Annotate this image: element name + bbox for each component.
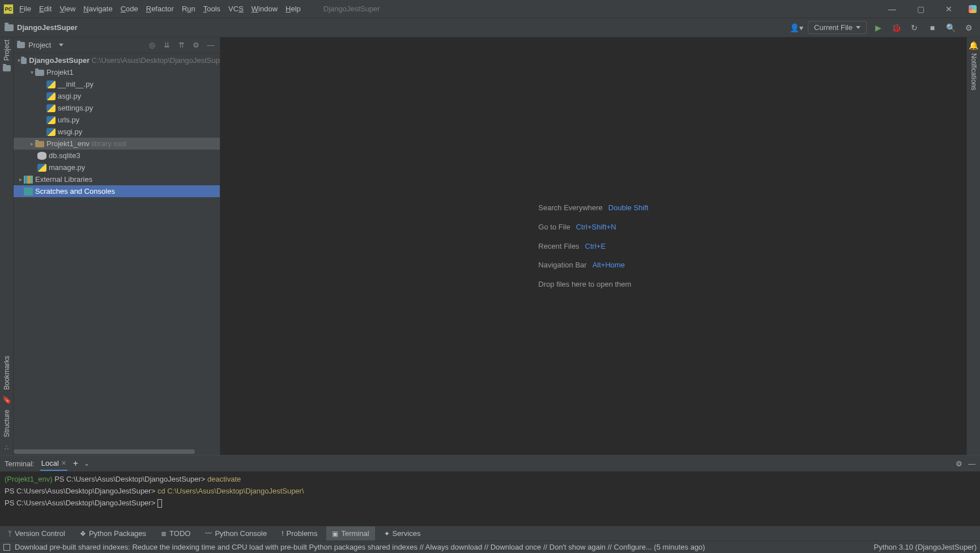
new-terminal-button[interactable]: + <box>73 458 78 469</box>
tab-python-console[interactable]: 〰Python Console <box>199 526 272 541</box>
navigation-bar: DjangoJestSuper 👤▾ Current File ▶ 🐞 ↻ ■ … <box>0 18 980 37</box>
gear-icon[interactable]: ⚙ <box>956 460 962 468</box>
menu-code[interactable]: Code <box>121 5 138 13</box>
menu-tools[interactable]: Tools <box>203 5 220 13</box>
notifications-icon[interactable]: 🔔 <box>969 41 978 50</box>
terminal-tab-local[interactable]: Local✕ <box>40 457 67 471</box>
tab-todo[interactable]: ≣TODO <box>155 526 196 541</box>
main-menu: File Edit View Navigate Code Refactor Ru… <box>19 5 301 13</box>
chevron-down-icon <box>856 26 860 29</box>
run-button[interactable]: ▶ <box>871 21 885 35</box>
collapse-all-icon[interactable]: ⇈ <box>176 41 187 49</box>
shortcut-row[interactable]: Navigation BarAlt+Home <box>538 256 648 275</box>
left-tool-stripe: Project Bookmarks 🔖 Structure ⛬ <box>0 37 14 455</box>
window-title: DjangoJestSuper <box>323 5 380 13</box>
tree-file[interactable]: wsgi.py <box>14 126 220 138</box>
tree-file[interactable]: __init__.py <box>14 78 220 90</box>
shortcut-row[interactable]: Go to FileCtrl+Shift+N <box>538 218 648 237</box>
chevron-down-icon[interactable] <box>59 44 63 46</box>
status-message[interactable]: Download pre-built shared indexes: Reduc… <box>15 543 705 551</box>
maximize-button[interactable]: ▢ <box>912 5 929 14</box>
tree-file[interactable]: asgi.py <box>14 90 220 102</box>
folder-icon <box>17 42 25 48</box>
folder-icon <box>3 65 11 71</box>
drop-hint: Drop files here to open them <box>538 275 648 294</box>
menu-view[interactable]: View <box>59 5 75 13</box>
bottom-tool-tabs: ᛘVersion Control ❖Python Packages ≣TODO … <box>0 526 980 541</box>
run-config-selector[interactable]: Current File <box>808 21 867 34</box>
project-tool-button[interactable]: Project <box>3 40 11 61</box>
settings-icon[interactable]: ⚙ <box>962 21 975 35</box>
shortcut-row[interactable]: Search EverywhereDouble Shift <box>538 198 648 218</box>
tab-problems[interactable]: !Problems <box>276 526 323 541</box>
hide-icon[interactable]: — <box>205 41 216 49</box>
structure-tool-button[interactable]: Structure <box>3 410 11 437</box>
notifications-tool-button[interactable]: Notifications <box>970 53 978 90</box>
structure-icon: ⛬ <box>3 443 10 452</box>
tree-file-manage[interactable]: manage.py <box>14 161 220 173</box>
menu-run[interactable]: Run <box>182 5 195 13</box>
gear-icon[interactable]: ⚙ <box>190 41 202 49</box>
close-icon[interactable]: ✕ <box>61 460 66 467</box>
panel-title: Project <box>28 41 51 49</box>
debug-button[interactable]: 🐞 <box>889 21 903 35</box>
tab-version-control[interactable]: ᛘVersion Control <box>2 526 71 541</box>
horizontal-scrollbar[interactable] <box>14 449 220 455</box>
menu-edit[interactable]: Edit <box>39 5 52 13</box>
editor-empty-state: Search EverywhereDouble Shift Go to File… <box>220 37 966 455</box>
bookmarks-tool-button[interactable]: Bookmarks <box>3 356 11 390</box>
minimize-button[interactable]: — <box>884 5 901 14</box>
code-with-me-icon[interactable] <box>969 5 977 13</box>
run-config-label: Current File <box>814 23 853 32</box>
chevron-down-icon[interactable]: ⌄ <box>84 460 90 467</box>
tree-external-libs[interactable]: External Libraries <box>14 173 220 185</box>
tree-file-db[interactable]: db.sqlite3 <box>14 150 220 161</box>
terminal-output[interactable]: (Projekt1_env) PS C:\Users\Asus\Desktop\… <box>0 471 980 526</box>
stop-button[interactable]: ■ <box>926 21 939 35</box>
tab-terminal[interactable]: ▣Terminal <box>326 526 374 541</box>
project-tree[interactable]: DjangoJestSuper C:\Users\Asus\Desktop\Dj… <box>14 53 220 449</box>
menu-vcs[interactable]: VCS <box>228 5 244 13</box>
close-button[interactable]: ✕ <box>940 5 957 14</box>
tree-file[interactable]: urls.py <box>14 114 220 126</box>
tab-services[interactable]: ✦Services <box>378 526 427 541</box>
tab-python-packages[interactable]: ❖Python Packages <box>74 526 152 541</box>
terminal-cursor <box>157 499 162 508</box>
hide-icon[interactable]: — <box>968 460 975 468</box>
pycharm-logo-icon: PC <box>3 4 14 14</box>
expand-all-icon[interactable]: ⇊ <box>161 41 172 49</box>
menu-refactor[interactable]: Refactor <box>146 5 174 13</box>
right-tool-stripe: 🔔 Notifications <box>966 37 980 455</box>
search-icon[interactable]: 🔍 <box>944 21 957 35</box>
add-user-icon[interactable]: 👤▾ <box>790 21 803 35</box>
tool-windows-toggle-icon[interactable] <box>3 544 10 551</box>
menu-window[interactable]: Window <box>252 5 278 13</box>
menu-navigate[interactable]: Navigate <box>83 5 112 13</box>
folder-icon <box>5 24 14 31</box>
breadcrumb[interactable]: DjangoJestSuper <box>17 23 78 32</box>
tree-scratches[interactable]: Scratches and Consoles <box>14 185 220 197</box>
title-bar: PC File Edit View Navigate Code Refactor… <box>0 0 980 18</box>
status-bar: Download pre-built shared indexes: Reduc… <box>0 541 980 553</box>
bookmark-icon: 🔖 <box>2 395 11 404</box>
project-tool-window: Project ◎ ⇊ ⇈ ⚙ — DjangoJestSuper C:\Use… <box>14 37 220 455</box>
tree-folder-projekt1[interactable]: Projekt1 <box>14 66 220 78</box>
terminal-label: Terminal: <box>5 460 35 468</box>
interpreter-indicator[interactable]: Python 3.10 (DjangoJestSuper) <box>874 543 977 551</box>
shortcut-row[interactable]: Recent FilesCtrl+E <box>538 237 648 256</box>
terminal-tool-window: Terminal: Local✕ + ⌄ ⚙ — (Projekt1_env) … <box>0 455 980 526</box>
tree-root[interactable]: DjangoJestSuper C:\Users\Asus\Desktop\Dj… <box>14 54 220 66</box>
coverage-button[interactable]: ↻ <box>907 21 921 35</box>
tree-file[interactable]: settings.py <box>14 102 220 114</box>
menu-help[interactable]: Help <box>286 5 301 13</box>
tree-folder-env[interactable]: Projekt1_env library root <box>14 138 220 150</box>
locate-icon[interactable]: ◎ <box>146 41 157 49</box>
menu-file[interactable]: File <box>19 5 31 13</box>
